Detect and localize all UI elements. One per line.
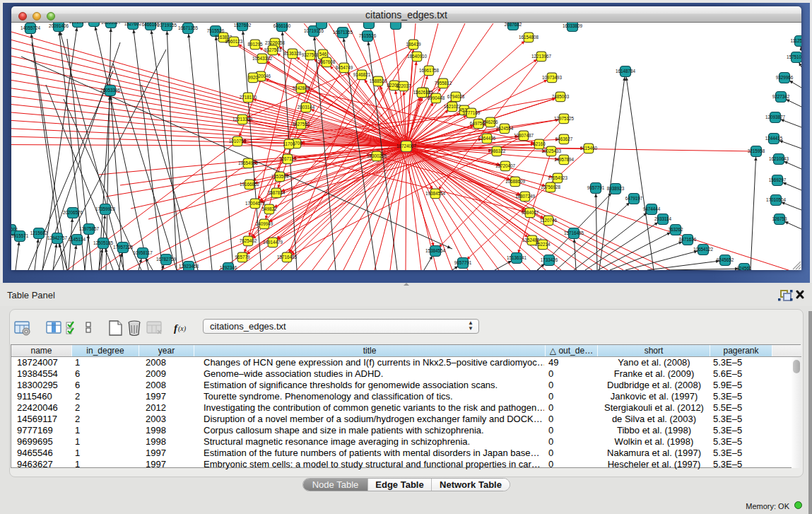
svg-text:17010504: 17010504	[766, 197, 787, 202]
svg-text:3624554: 3624554	[496, 126, 514, 131]
svg-text:16154808: 16154808	[519, 35, 539, 40]
svg-text:16033809: 16033809	[563, 23, 583, 28]
svg-text:2087682: 2087682	[505, 23, 522, 27]
svg-text:12975125: 12975125	[554, 116, 575, 121]
svg-text:9657791: 9657791	[587, 185, 605, 190]
svg-text:3215958: 3215958	[748, 148, 765, 153]
svg-text:(x): (x)	[178, 325, 187, 333]
svg-text:1527602: 1527602	[234, 23, 252, 28]
svg-text:10973493: 10973493	[542, 75, 563, 80]
svg-text:252214: 252214	[535, 242, 551, 247]
svg-text:8471636: 8471636	[679, 237, 697, 242]
svg-text:9327508: 9327508	[302, 52, 319, 57]
svg-text:16148784: 16148784	[616, 69, 636, 74]
svg-text:13975857: 13975857	[79, 226, 100, 231]
svg-text:9474444: 9474444	[643, 206, 661, 211]
svg-text:12213369: 12213369	[233, 117, 253, 122]
svg-text:8660123: 8660123	[225, 39, 243, 44]
svg-text:17654923: 17654923	[548, 175, 568, 180]
svg-text:3915571: 3915571	[11, 233, 29, 238]
svg-text:20206576: 20206576	[63, 210, 83, 215]
svg-text:3587834: 3587834	[268, 190, 286, 195]
svg-text:1527602: 1527602	[124, 23, 142, 26]
svg-text:891295: 891295	[247, 42, 263, 47]
svg-text:7485003: 7485003	[552, 94, 570, 99]
svg-text:10654122: 10654122	[693, 247, 714, 252]
svg-text:9227342: 9227342	[772, 94, 790, 99]
svg-text:2933114: 2933114	[654, 216, 672, 221]
svg-text:15136141: 15136141	[507, 255, 527, 260]
svg-text:1292346: 1292346	[220, 265, 237, 270]
svg-text:17957225: 17957225	[113, 245, 134, 250]
svg-text:15751074: 15751074	[787, 54, 801, 59]
svg-text:1120746: 1120746	[540, 218, 558, 223]
svg-text:20091406: 20091406	[49, 23, 69, 28]
svg-text:14055724: 14055724	[20, 25, 41, 30]
svg-text:17004678: 17004678	[245, 201, 266, 206]
svg-text:18300295: 18300295	[367, 153, 387, 158]
svg-text:9920: 9920	[248, 75, 259, 80]
svg-text:10719155: 10719155	[157, 23, 177, 28]
svg-text:7625402: 7625402	[240, 238, 257, 243]
svg-text:1353594: 1353594	[271, 174, 289, 179]
svg-text:10958117: 10958117	[133, 250, 153, 255]
svg-text:2364436: 2364436	[478, 136, 496, 141]
svg-text:62160: 62160	[533, 141, 546, 146]
svg-text:924561: 924561	[736, 266, 752, 270]
svg-text:8427552: 8427552	[293, 122, 310, 127]
svg-text:8136328: 8136328	[284, 51, 302, 56]
svg-text:1362615: 1362615	[413, 90, 431, 95]
svg-text:9245652: 9245652	[717, 257, 734, 262]
svg-text:746266: 746266	[483, 119, 498, 124]
svg-text:2803144: 2803144	[298, 105, 315, 110]
svg-text:14957894: 14957894	[554, 157, 575, 162]
svg-text:763262: 763262	[668, 227, 683, 232]
svg-text:1010759: 1010759	[229, 139, 247, 144]
svg-text:20053346: 20053346	[100, 88, 121, 93]
svg-text:12505135: 12505135	[93, 240, 114, 245]
svg-text:15720407: 15720407	[495, 163, 516, 168]
svg-text:16961758: 16961758	[419, 68, 440, 73]
svg-text:2867608: 2867608	[318, 59, 336, 64]
svg-text:16671355: 16671355	[333, 30, 353, 35]
svg-text:9463627: 9463627	[555, 136, 573, 141]
svg-text:9242848: 9242848	[293, 86, 310, 90]
svg-text:6466160: 6466160	[273, 23, 291, 28]
svg-text:10653327: 10653327	[101, 23, 122, 25]
svg-text:8990448: 8990448	[428, 95, 445, 100]
svg-text:10807487: 10807487	[514, 133, 534, 138]
svg-text:7515526: 7515526	[359, 33, 377, 38]
svg-text:16210643: 16210643	[769, 156, 789, 161]
svg-text:9115460: 9115460	[580, 146, 598, 151]
svg-text:6479197: 6479197	[625, 196, 643, 201]
svg-text:19384554: 19384554	[425, 191, 446, 196]
svg-text:9327503: 9327503	[264, 47, 282, 52]
svg-text:9146821: 9146821	[353, 72, 371, 77]
svg-text:3267110: 3267110	[279, 156, 297, 161]
svg-text:186419: 186419	[406, 42, 421, 47]
svg-text:12923468: 12923468	[179, 264, 199, 269]
svg-text:6794028: 6794028	[447, 94, 465, 99]
svg-text:14914479: 14914479	[263, 240, 283, 245]
svg-text:16671355: 16671355	[178, 25, 199, 30]
svg-text:126753: 126753	[772, 216, 787, 221]
svg-text:15384554: 15384554	[425, 248, 446, 253]
svg-text:1695957: 1695957	[69, 23, 87, 24]
svg-text:19166852: 19166852	[240, 182, 260, 187]
svg-text:546: 546	[319, 52, 327, 57]
svg-text:12213967: 12213967	[531, 54, 552, 59]
svg-text:10688609: 10688609	[505, 179, 526, 184]
svg-text:17359928: 17359928	[95, 206, 116, 211]
svg-text:18807249: 18807249	[515, 194, 536, 199]
svg-text:7986322: 7986322	[488, 148, 506, 153]
svg-text:965779: 965779	[235, 255, 250, 259]
svg-text:16782759: 16782759	[156, 257, 177, 262]
svg-text:8938923: 8938923	[607, 186, 625, 191]
svg-text:1569297: 1569297	[769, 177, 787, 182]
svg-text:8454749: 8454749	[336, 65, 353, 70]
svg-text:1588520: 1588520	[370, 78, 387, 83]
svg-text:1244415: 1244415	[765, 136, 783, 141]
svg-text:23226058: 23226058	[265, 40, 286, 45]
svg-text:12942757: 12942757	[47, 235, 68, 240]
svg-text:1733426: 1733426	[541, 257, 558, 262]
